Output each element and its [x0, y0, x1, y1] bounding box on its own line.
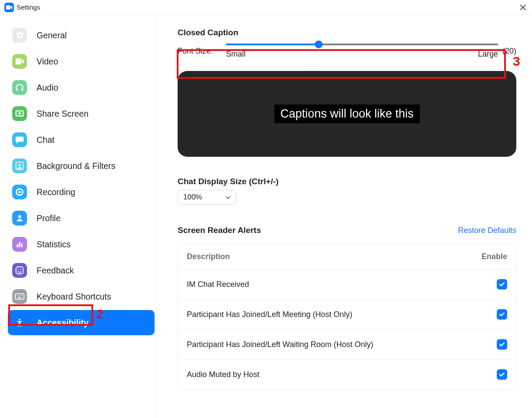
gear-icon [12, 28, 27, 43]
chat-icon [12, 132, 27, 147]
svg-point-12 [18, 269, 19, 270]
sidebar-item-label: Background & Filters [37, 161, 115, 171]
screen-reader-alerts-heading: Screen Reader Alerts [178, 226, 261, 235]
sidebar-item-chat[interactable]: Chat [8, 127, 155, 152]
sidebar-item-audio[interactable]: Audio [8, 75, 155, 100]
keyboard-icon [12, 289, 27, 304]
table-row: IM Chat Received [178, 270, 516, 300]
headphones-icon [12, 80, 27, 95]
smiley-icon [12, 263, 27, 278]
svg-rect-1 [22, 88, 24, 91]
chevron-down-icon [226, 193, 231, 202]
svg-point-18 [22, 295, 23, 296]
person-frame-icon [12, 158, 27, 173]
svg-point-15 [17, 295, 18, 296]
alert-description: Participant Has Joined/Left Waiting Room… [187, 340, 497, 349]
titlebar: Settings [0, 0, 532, 15]
table-row: Participant Has Joined/Left Waiting Room… [178, 330, 516, 360]
font-size-slider[interactable] [226, 44, 498, 45]
sidebar-item-label: Recording [37, 187, 75, 197]
alert-description: Audio Muted by Host [187, 370, 497, 379]
sidebar-item-recording[interactable]: Recording [8, 179, 155, 205]
sidebar-item-share-screen[interactable]: Share Screen [8, 101, 155, 126]
enable-checkbox[interactable] [497, 279, 507, 290]
video-icon [12, 54, 27, 69]
column-description: Description [187, 252, 481, 261]
caption-preview: Captions will look like this [178, 71, 516, 157]
enable-checkbox[interactable] [497, 339, 507, 350]
sidebar-item-general[interactable]: General [8, 23, 155, 48]
svg-point-7 [18, 215, 21, 218]
sidebar-item-label: Audio [37, 83, 58, 93]
window-title: Settings [17, 3, 40, 11]
zoom-logo-icon [4, 3, 14, 12]
svg-point-13 [20, 269, 21, 270]
sidebar-item-video[interactable]: Video [8, 49, 155, 74]
sidebar-item-label: Profile [37, 213, 61, 223]
alert-description: Participant Has Joined/Left Meeting (Hos… [187, 310, 497, 319]
svg-point-17 [20, 295, 21, 296]
sidebar: General Video Audio Share Screen Chat Ba… [0, 15, 157, 418]
sidebar-item-label: Feedback [37, 266, 74, 276]
caption-preview-text: Captions will look like this [274, 104, 420, 123]
sidebar-item-profile[interactable]: Profile [8, 206, 155, 231]
sidebar-item-label: Statistics [37, 239, 71, 249]
share-screen-icon [12, 106, 27, 121]
chat-display-size-value: 100% [183, 193, 202, 202]
table-row: Participant Has Joined/Left Meeting (Hos… [178, 300, 516, 330]
bar-chart-icon [12, 237, 27, 252]
svg-point-4 [19, 164, 21, 166]
slider-thumb[interactable] [315, 40, 323, 48]
svg-point-6 [18, 191, 21, 193]
svg-rect-8 [17, 244, 18, 247]
sidebar-item-label: General [37, 30, 67, 40]
svg-rect-14 [15, 294, 24, 300]
chat-display-size-heading: Chat Display Size (Ctrl+/-) [178, 177, 516, 186]
closed-caption-heading: Closed Caption [178, 28, 516, 37]
svg-rect-11 [16, 267, 24, 274]
svg-rect-9 [19, 242, 20, 247]
record-icon [12, 185, 27, 199]
close-button[interactable] [518, 3, 528, 12]
sidebar-item-background-filters[interactable]: Background & Filters [8, 153, 155, 179]
sidebar-item-label: Share Screen [37, 109, 88, 119]
sidebar-item-feedback[interactable]: Feedback [8, 258, 155, 283]
alert-description: IM Chat Received [187, 280, 497, 289]
annotation-highlight-3 [177, 49, 506, 79]
sidebar-item-label: Chat [37, 135, 54, 145]
annotation-label-3: 3 [513, 54, 520, 69]
annotation-highlight-2 [8, 304, 93, 326]
annotation-label-2: 2 [96, 307, 104, 321]
svg-rect-10 [21, 243, 22, 247]
sidebar-item-label: Keyboard Shortcuts [37, 292, 111, 302]
svg-rect-19 [17, 297, 21, 298]
enable-checkbox[interactable] [497, 309, 507, 320]
enable-checkbox[interactable] [497, 369, 507, 380]
svg-rect-0 [16, 88, 18, 91]
sidebar-item-statistics[interactable]: Statistics [8, 232, 155, 257]
restore-defaults-link[interactable]: Restore Defaults [458, 226, 516, 235]
sidebar-item-label: Video [37, 57, 58, 67]
svg-point-16 [18, 295, 19, 296]
chat-display-size-select[interactable]: 100% [178, 190, 236, 205]
alerts-table: Description Enable IM Chat ReceivedParti… [178, 244, 516, 390]
table-scrollbar[interactable] [516, 263, 516, 292]
table-row: Audio Muted by Host [178, 360, 516, 389]
column-enable: Enable [481, 252, 507, 261]
profile-icon [12, 211, 27, 226]
